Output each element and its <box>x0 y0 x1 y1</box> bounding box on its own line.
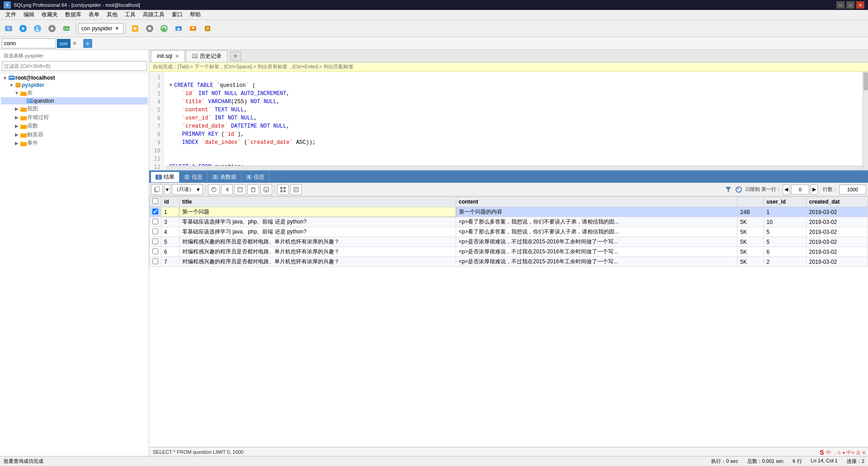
results-tab-3[interactable]: 3 表数据 <box>208 172 241 182</box>
cell-id[interactable]: 6 <box>161 247 179 257</box>
results-btn-copy[interactable] <box>234 184 246 195</box>
cell-created-date[interactable]: 2019-03-02 <box>806 247 868 257</box>
results-tab-1[interactable]: 1 结果 <box>151 172 179 182</box>
cell-id[interactable]: 4 <box>161 227 179 237</box>
tree-db-arrow[interactable]: ▼ <box>8 83 14 88</box>
results-mode-dropdown[interactable]: （只读） ▼ <box>172 184 203 195</box>
results-tab-4[interactable]: 4 信息 <box>241 172 270 182</box>
add-connection-button[interactable]: + <box>83 39 92 48</box>
cell-title[interactable]: 零基础应该选择学习 java、php、前端 还是 python? <box>179 227 456 237</box>
table-row[interactable]: 5 对编程感兴趣的程序员是否都对电路、单片机也怀有浓厚的兴趣？ <p>是否浓厚很… <box>150 237 868 247</box>
add-tab-button[interactable]: + <box>230 51 241 61</box>
tab-init-sql-close[interactable]: ✕ <box>175 53 179 59</box>
results-copy-btn[interactable] <box>151 184 163 195</box>
tree-folder-events[interactable]: ▶ 事件 <box>1 139 148 147</box>
cell-user-id[interactable]: 6 <box>764 247 806 257</box>
tree-folder-views[interactable]: ▶ 视图 <box>1 105 148 113</box>
tree-server-item[interactable]: ▼ root@localhost <box>1 74 148 81</box>
menu-edit[interactable]: 编辑 <box>20 10 38 19</box>
results-tab-2[interactable]: 2 信息 <box>179 172 208 182</box>
toolbar-export-btn[interactable] <box>186 22 200 35</box>
menu-window[interactable]: 窗口 <box>168 10 186 19</box>
cell-user-id[interactable]: 2 <box>764 257 806 267</box>
tab-history[interactable]: 历史记录 <box>186 50 227 62</box>
header-id[interactable]: id <box>161 197 179 207</box>
menu-database[interactable]: 数据库 <box>61 10 85 19</box>
menu-advanced[interactable]: 高级工具 <box>139 10 168 19</box>
header-user-id[interactable]: user_id <box>764 197 806 207</box>
row-count-input[interactable] <box>839 185 866 195</box>
row-checkbox[interactable] <box>150 207 161 217</box>
table-row[interactable]: 7 对编程感兴趣的程序员是否都对电路、单片机也怀有浓厚的兴趣？ <p>是否浓厚很… <box>150 257 868 267</box>
filter-input[interactable] <box>2 61 147 71</box>
tree-views-arrow[interactable]: ▶ <box>14 106 20 111</box>
cell-content[interactable]: <p>看了那么多答案，我想说，你们不要误人子弟，请相信我的固... <box>456 217 737 227</box>
cell-user-id[interactable]: 5 <box>764 237 806 247</box>
tree-db-item[interactable]: ▼ pyspider <box>1 81 148 89</box>
table-row[interactable]: 3 零基础应该选择学习 java、php、前端 还是 python? <p>看了… <box>150 217 868 227</box>
cell-content[interactable]: <p>是否浓厚很难说，不过我在2015-2016年工余时间做了一个写... <box>456 257 737 267</box>
connection-selector[interactable]: con pyspider ▼ <box>78 23 123 34</box>
results-btn-export[interactable] <box>260 184 272 195</box>
cell-title[interactable]: 零基础应该选择学习 java、php、前端 还是 python? <box>179 217 456 227</box>
connection-close-btn[interactable]: ✕ <box>71 39 78 48</box>
header-content[interactable]: content <box>456 197 737 207</box>
window-controls[interactable]: ─ □ ✕ <box>836 1 864 9</box>
toolbar-btn-5[interactable]: DB <box>60 22 73 35</box>
table-row[interactable]: 1 第一个问题 第一个问题的内容 24B 1 2019-03-02 <box>150 207 868 217</box>
editor-scrollbar[interactable] <box>863 71 868 170</box>
toolbar-btn-2[interactable] <box>16 22 30 35</box>
tree-functions-arrow[interactable]: ▶ <box>14 124 20 128</box>
cell-user-id[interactable]: 10 <box>764 217 806 227</box>
tree-procedures-arrow[interactable]: ▶ <box>14 115 20 120</box>
toolbar-stop-btn[interactable] <box>143 22 156 35</box>
cell-user-id[interactable]: 5 <box>764 227 806 237</box>
minimize-button[interactable]: ─ <box>836 1 844 9</box>
toolbar-execute-btn[interactable] <box>128 22 142 35</box>
refresh-icon[interactable] <box>735 186 742 193</box>
cell-title[interactable]: 对编程感兴趣的程序员是否都对电路、单片机也怀有浓厚的兴趣？ <box>179 237 456 247</box>
tree-events-arrow[interactable]: ▶ <box>14 141 20 146</box>
cell-id[interactable]: 3 <box>161 217 179 227</box>
row-checkbox[interactable] <box>150 257 161 267</box>
cell-content[interactable]: <p>是否浓厚很难说，不过我在2015-2016年工余时间做了一个写... <box>456 237 737 247</box>
menu-tools[interactable]: 工具 <box>121 10 139 19</box>
connection-input[interactable] <box>2 38 56 48</box>
header-created-date[interactable]: created_dat <box>806 197 868 207</box>
results-btn-prev[interactable] <box>221 184 233 195</box>
header-title[interactable]: title <box>179 197 456 207</box>
cell-created-date[interactable]: 2019-03-02 <box>806 217 868 227</box>
select-all-checkbox[interactable] <box>152 198 158 204</box>
menu-help[interactable]: 帮助 <box>186 10 204 19</box>
cell-content[interactable]: <p>是否浓厚很难说，不过我在2015-2016年工余时间做了一个写... <box>456 247 737 257</box>
editor-hscrollbar[interactable] <box>165 166 863 170</box>
menu-table[interactable]: 表单 <box>85 10 103 19</box>
first-row-prev[interactable]: ◀ <box>783 184 790 195</box>
cell-title[interactable]: 第一个问题 <box>179 207 456 217</box>
cell-created-date[interactable]: 2019-03-02 <box>806 257 868 267</box>
table-row[interactable]: 4 零基础应该选择学习 java、php、前端 还是 python? <p>看了… <box>150 227 868 237</box>
maximize-button[interactable]: □ <box>846 1 854 9</box>
toolbar-refresh-btn[interactable] <box>157 22 171 35</box>
tree-table-question[interactable]: question <box>1 97 148 105</box>
cell-title[interactable]: 对编程感兴趣的程序员是否都对电路、单片机也怀有浓厚的兴趣？ <box>179 257 456 267</box>
sql-editor[interactable]: 1 2 3 4 5 6 7 8 9 10 11 12 13 14 ▼CREATE… <box>149 71 868 171</box>
toolbar-wrench-btn[interactable]: ⚙ <box>201 22 214 35</box>
tree-triggers-arrow[interactable]: ▶ <box>14 132 20 137</box>
cell-created-date[interactable]: 2019-03-02 <box>806 227 868 237</box>
tree-folder-triggers[interactable]: ▶ 触发器 <box>1 130 148 139</box>
row-checkbox[interactable] <box>150 247 161 257</box>
toolbar-btn-4[interactable] <box>45 22 59 35</box>
row-checkbox[interactable] <box>150 217 161 227</box>
tree-folder-tables[interactable]: ▼ 表 <box>1 89 148 97</box>
toolbar-import-btn[interactable] <box>172 22 185 35</box>
results-btn-refresh[interactable] <box>208 184 220 195</box>
menu-favorites[interactable]: 收藏夹 <box>38 10 61 19</box>
tree-folder-functions[interactable]: ▶ 函数 <box>1 122 148 130</box>
header-checkbox[interactable] <box>150 197 161 207</box>
cell-id[interactable]: 1 <box>161 207 179 217</box>
results-btn-text[interactable] <box>290 184 302 195</box>
menu-other[interactable]: 其他 <box>103 10 121 19</box>
cell-created-date[interactable]: 2019-03-02 <box>806 237 868 247</box>
tree-tables-arrow[interactable]: ▼ <box>14 90 20 95</box>
